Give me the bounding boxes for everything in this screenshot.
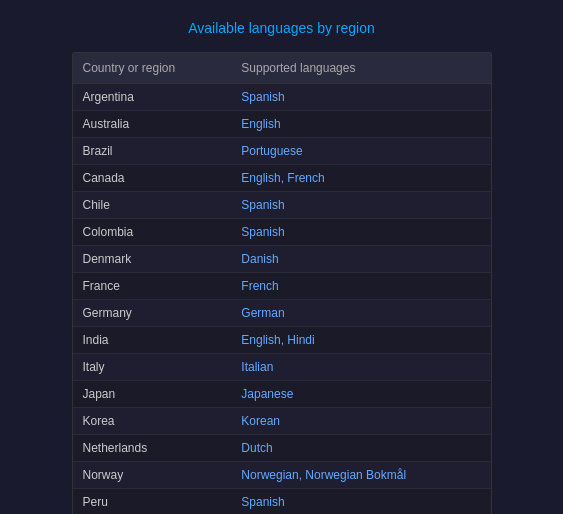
table-row: ItalyItalian (73, 354, 491, 381)
page-title: Available languages by region (72, 20, 492, 36)
languages-cell: German (231, 300, 490, 327)
country-cell: Denmark (73, 246, 232, 273)
country-cell: Norway (73, 462, 232, 489)
table-row: ChileSpanish (73, 192, 491, 219)
column-header-languages: Supported languages (231, 53, 490, 84)
languages-cell: Danish (231, 246, 490, 273)
table-row: AustraliaEnglish (73, 111, 491, 138)
languages-cell: English (231, 111, 490, 138)
languages-cell: Italian (231, 354, 490, 381)
country-cell: Korea (73, 408, 232, 435)
country-cell: India (73, 327, 232, 354)
table-row: NorwayNorwegian, Norwegian Bokmål (73, 462, 491, 489)
table-row: KoreaKorean (73, 408, 491, 435)
table-header-row: Country or region Supported languages (73, 53, 491, 84)
languages-cell: Portuguese (231, 138, 490, 165)
languages-cell: Spanish (231, 219, 490, 246)
languages-table-wrapper: Country or region Supported languages Ar… (72, 52, 492, 514)
table-row: ColombiaSpanish (73, 219, 491, 246)
languages-cell: Norwegian, Norwegian Bokmål (231, 462, 490, 489)
country-cell: Japan (73, 381, 232, 408)
languages-cell: English, French (231, 165, 490, 192)
country-cell: Argentina (73, 84, 232, 111)
country-cell: Netherlands (73, 435, 232, 462)
languages-cell: French (231, 273, 490, 300)
languages-table: Country or region Supported languages Ar… (73, 53, 491, 514)
country-cell: Peru (73, 489, 232, 515)
country-cell: Germany (73, 300, 232, 327)
languages-cell: Korean (231, 408, 490, 435)
table-row: IndiaEnglish, Hindi (73, 327, 491, 354)
languages-cell: Spanish (231, 489, 490, 515)
main-container: Available languages by region Country or… (72, 20, 492, 514)
country-cell: France (73, 273, 232, 300)
table-row: PeruSpanish (73, 489, 491, 515)
languages-cell: Spanish (231, 84, 490, 111)
table-row: NetherlandsDutch (73, 435, 491, 462)
table-row: JapanJapanese (73, 381, 491, 408)
country-cell: Italy (73, 354, 232, 381)
table-row: GermanyGerman (73, 300, 491, 327)
languages-cell: Spanish (231, 192, 490, 219)
country-cell: Chile (73, 192, 232, 219)
table-row: ArgentinaSpanish (73, 84, 491, 111)
country-cell: Colombia (73, 219, 232, 246)
languages-cell: Dutch (231, 435, 490, 462)
column-header-country: Country or region (73, 53, 232, 84)
languages-cell: English, Hindi (231, 327, 490, 354)
table-row: DenmarkDanish (73, 246, 491, 273)
languages-cell: Japanese (231, 381, 490, 408)
country-cell: Brazil (73, 138, 232, 165)
country-cell: Australia (73, 111, 232, 138)
table-row: BrazilPortuguese (73, 138, 491, 165)
table-row: FranceFrench (73, 273, 491, 300)
country-cell: Canada (73, 165, 232, 192)
table-row: CanadaEnglish, French (73, 165, 491, 192)
